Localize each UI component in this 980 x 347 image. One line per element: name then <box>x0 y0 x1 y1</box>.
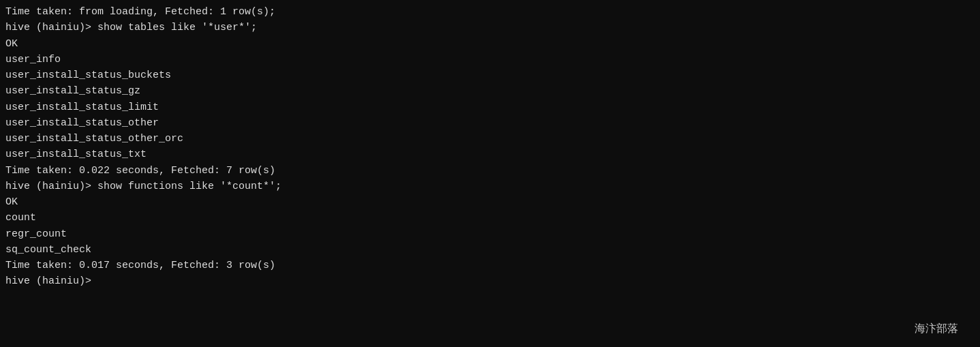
terminal-line-line6: user_install_status_gz <box>5 83 975 99</box>
terminal-line-line15: regr_count <box>5 226 975 242</box>
terminal-line-line7: user_install_status_limit <box>5 100 975 115</box>
terminal-line-line13: OK <box>5 194 975 210</box>
terminal-line-line12: hive (hainiu)> show functions like '*cou… <box>5 179 975 194</box>
terminal-line-line11: Time taken: 0.022 seconds, Fetched: 7 ro… <box>5 163 975 179</box>
terminal-line-line1: Time taken: from loading, Fetched: 1 row… <box>5 4 975 20</box>
terminal-line-line18: hive (hainiu)> <box>5 273 975 289</box>
terminal-output: Time taken: from loading, Fetched: 1 row… <box>5 4 975 290</box>
terminal-line-line10: user_install_status_txt <box>5 147 975 162</box>
terminal-line-line16: sq_count_check <box>5 242 975 258</box>
terminal-line-line3: OK <box>5 36 975 52</box>
terminal-line-line17: Time taken: 0.017 seconds, Fetched: 3 ro… <box>5 258 975 273</box>
terminal-line-line2: hive (hainiu)> show tables like '*user*'… <box>5 20 975 35</box>
terminal-line-line8: user_install_status_other <box>5 115 975 131</box>
terminal-line-line14: count <box>5 210 975 226</box>
terminal-window[interactable]: Time taken: from loading, Fetched: 1 row… <box>0 0 980 347</box>
terminal-line-line5: user_install_status_buckets <box>5 67 975 83</box>
watermark: 海汴部落 <box>915 322 958 336</box>
terminal-line-line9: user_install_status_other_orc <box>5 131 975 147</box>
terminal-line-line4: user_info <box>5 52 975 67</box>
